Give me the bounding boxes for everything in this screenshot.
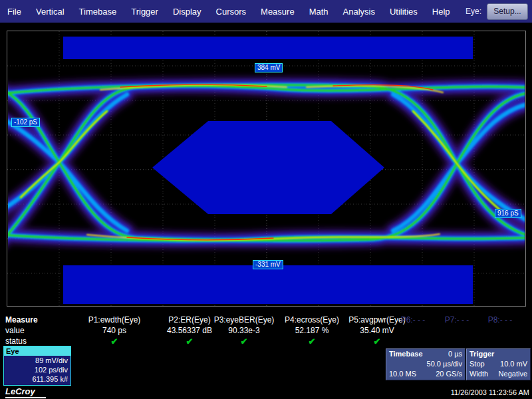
- cursor-label-left-ps: -102 pS: [11, 118, 40, 127]
- trigger-mode: Stop: [469, 359, 485, 369]
- menu-item-trigger[interactable]: Trigger: [124, 7, 166, 17]
- cursor-label-bottom-mv: -331 mV: [253, 260, 283, 269]
- menu-item-math[interactable]: Math: [302, 7, 336, 17]
- timebase-samples: 10.0 MS: [389, 369, 416, 379]
- timebase-per-div: 50.0 µs/div: [427, 359, 462, 369]
- waveform-display: 384 mV -331 mV -102 pS 916 pS: [7, 31, 526, 307]
- menu-bar: File Vertical Timebase Trigger Display C…: [0, 0, 532, 23]
- measure-value-p1: 740 ps: [71, 326, 158, 336]
- mask-top-bar: [63, 37, 473, 59]
- timebase-offset: 0 µs: [448, 349, 462, 359]
- measure-name-p8[interactable]: P8:- - -: [457, 315, 532, 326]
- measure-table: Measure value status P1:ewdth(Eye) 740 p…: [0, 313, 532, 346]
- menu-item-utilities[interactable]: Utilities: [382, 7, 425, 17]
- measure-name-p1[interactable]: P1:ewdth(Eye): [71, 315, 158, 326]
- trigger-slope: Negative: [499, 369, 527, 379]
- menu-item-display[interactable]: Display: [166, 7, 209, 17]
- trigger-descriptor[interactable]: Trigger Stop 10.0 mV Width Negative: [466, 348, 531, 380]
- menu-item-vertical[interactable]: Vertical: [29, 7, 72, 17]
- measure-status-p1: ✔: [71, 336, 158, 346]
- measure-row-label: Measure: [5, 315, 38, 326]
- trigger-title: Trigger: [469, 349, 494, 359]
- channel-vdiv: 89 mV/div: [4, 356, 70, 365]
- value-row-label: value: [5, 326, 25, 336]
- timebase-descriptor[interactable]: Timebase 0 µs 50.0 µs/div 10.0 MS 20 GS/…: [386, 348, 466, 380]
- measure-column-p1: P1:ewdth(Eye) 740 ps ✔: [71, 315, 158, 346]
- menu-item-cursors[interactable]: Cursors: [209, 7, 254, 17]
- channel-title: Eye: [4, 346, 70, 356]
- mask-bottom-bar: [63, 265, 473, 304]
- eye-mode-label: Eye:: [466, 7, 481, 16]
- timebase-rate: 20 GS/s: [436, 369, 462, 379]
- channel-sweeps: 611.395 k#: [4, 374, 70, 384]
- cursor-label-top-mv: 384 mV: [255, 63, 283, 72]
- lecroy-logo: LeCroy: [5, 386, 46, 398]
- menu-item-file[interactable]: File: [0, 7, 29, 17]
- measure-value-p8: [457, 326, 532, 336]
- setup-button[interactable]: Setup...: [487, 3, 528, 20]
- datetime-display: 11/26/2003 11:23:56 AM: [451, 388, 529, 396]
- menu-item-analysis[interactable]: Analysis: [336, 7, 382, 17]
- measure-status-p8: [457, 336, 532, 346]
- cursor-label-right-ps: 916 pS: [495, 209, 521, 218]
- trigger-type: Width: [469, 369, 488, 379]
- trigger-level: 10.0 mV: [500, 359, 527, 369]
- menu-item-measure[interactable]: Measure: [253, 7, 302, 17]
- mask-center-hexagon: [152, 121, 384, 214]
- menu-item-help[interactable]: Help: [425, 7, 458, 17]
- menu-right-group: Eye: Setup...: [466, 3, 532, 20]
- eye-channel-descriptor[interactable]: Eye 89 mV/div 102 ps/div 611.395 k#: [3, 346, 71, 386]
- measure-column-p8: P8:- - -: [457, 315, 532, 346]
- menu-item-timebase[interactable]: Timebase: [72, 7, 124, 17]
- channel-tdiv: 102 ps/div: [4, 365, 70, 374]
- timebase-title: Timebase: [389, 349, 423, 359]
